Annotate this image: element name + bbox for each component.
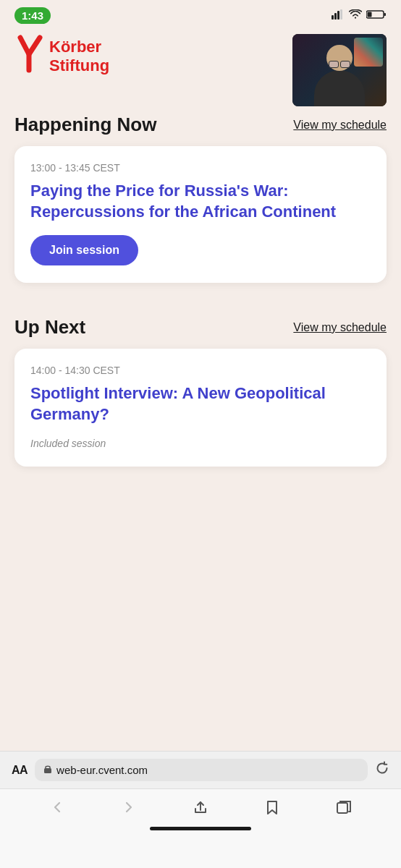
svg-rect-5 [368, 12, 372, 17]
lock-icon [43, 764, 52, 776]
battery-icon [366, 9, 387, 22]
up-next-card-title: Spotlight Interview: A New Geopolitical … [30, 383, 371, 425]
included-badge: Included session [30, 438, 371, 449]
happening-now-header: Happening Now View my schedule [14, 114, 387, 136]
wifi-icon [349, 9, 362, 22]
refresh-icon[interactable] [375, 761, 389, 779]
section-divider [14, 303, 387, 316]
happening-now-card: 13:00 - 13:45 CEST Paying the Price for … [14, 146, 387, 283]
home-indicator [150, 827, 251, 830]
url-bar[interactable]: web-eur.cvent.com [35, 759, 368, 781]
up-next-view-schedule[interactable]: View my schedule [293, 321, 387, 334]
nav-icons [0, 789, 401, 821]
video-bg-art [354, 38, 383, 67]
back-button[interactable] [49, 799, 65, 815]
status-time: 1:43 [14, 7, 51, 24]
svg-rect-7 [44, 768, 51, 773]
signal-icon [332, 9, 345, 22]
header: Körber Stiftung [0, 28, 401, 114]
up-next-section: Up Next View my schedule 14:00 - 14:30 C… [14, 316, 387, 467]
happening-now-view-schedule[interactable]: View my schedule [293, 119, 387, 132]
video-placeholder [292, 34, 387, 106]
bottom-nav [0, 788, 401, 868]
up-next-title: Up Next [14, 316, 85, 339]
tabs-button[interactable] [336, 799, 352, 815]
korber-logo-icon [14, 34, 43, 78]
happening-now-card-time: 13:00 - 13:45 CEST [30, 162, 371, 174]
logo-line2: Stiftung [49, 56, 109, 75]
logo-text: Körber Stiftung [49, 38, 109, 75]
logo-line1: Körber [49, 38, 109, 56]
forward-button[interactable] [121, 799, 137, 815]
aa-label[interactable]: AA [12, 764, 28, 777]
happening-now-card-title: Paying the Price for Russia's War: Reper… [30, 181, 371, 222]
svg-rect-6 [384, 13, 387, 16]
video-thumbnail[interactable] [292, 34, 387, 106]
svg-rect-1 [334, 13, 337, 20]
up-next-card-time: 14:00 - 14:30 CEST [30, 365, 371, 376]
svg-rect-2 [337, 11, 339, 20]
svg-rect-3 [340, 9, 342, 20]
svg-rect-8 [337, 803, 347, 813]
url-text: web-eur.cvent.com [56, 764, 148, 776]
glasses [329, 61, 350, 67]
browser-bar: AA web-eur.cvent.com [0, 751, 401, 788]
join-session-button[interactable]: Join session [30, 235, 138, 265]
logo-area: Körber Stiftung [14, 34, 109, 78]
up-next-header: Up Next View my schedule [14, 316, 387, 339]
share-button[interactable] [193, 799, 208, 815]
happening-now-section: Happening Now View my schedule 13:00 - 1… [14, 114, 387, 283]
main-content: Happening Now View my schedule 13:00 - 1… [0, 114, 401, 467]
person-body [314, 70, 365, 106]
status-bar: 1:43 [0, 0, 401, 28]
status-icons [332, 9, 387, 22]
happening-now-title: Happening Now [14, 114, 156, 136]
person-head [326, 45, 353, 71]
svg-rect-0 [332, 15, 334, 20]
up-next-card: 14:00 - 14:30 CEST Spotlight Interview: … [14, 349, 387, 467]
bookmark-button[interactable] [264, 799, 280, 815]
